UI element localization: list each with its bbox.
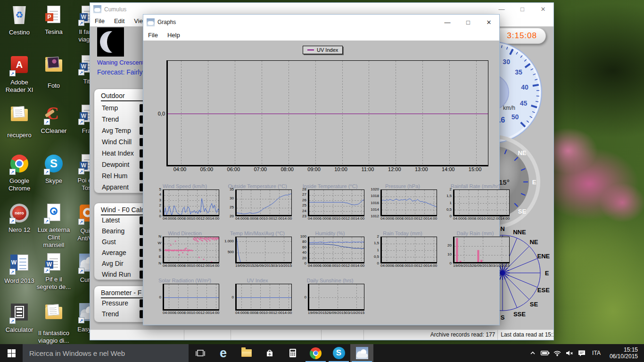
minimize-button[interactable]: —: [437, 15, 458, 30]
x-axis-labels: 19/09/201526/09/201503/10/2015: [453, 263, 510, 268]
desktop-icon-nero-12[interactable]: nero↗Nero 12: [2, 203, 37, 234]
y-axis-labels: 0: [223, 284, 235, 311]
shortcut-arrow-icon: ↗: [44, 267, 50, 273]
battery-icon[interactable]: [539, 349, 551, 357]
graphs-titlebar[interactable]: Graphs — □ ✕: [143, 15, 499, 30]
desktop-icon-lux-aeterna[interactable]: ↗Lux aeternaClint mansell: [36, 203, 71, 249]
x-axis-labels: 04:0006:0008:0010:0012:0014:00: [163, 311, 219, 315]
x-axis-labels: 04:0006:0008:0010:0012:0014:00: [453, 216, 510, 221]
desktop-icon-label: Pif e ilsegreto de...: [36, 276, 71, 291]
desktop-icon-cestino[interactable]: ♻Cestino: [2, 5, 37, 36]
volume-muted-icon[interactable]: [563, 349, 576, 357]
taskbar-app-task-view[interactable]: [189, 344, 212, 362]
y-axis-labels: 21,510,50: [368, 237, 380, 263]
shortcut-arrow-icon: ↗: [44, 218, 50, 224]
cumulus-window-title: Cumulus: [104, 6, 126, 13]
sidebar-item-label: Wind Run: [102, 271, 131, 278]
plot-area: [235, 237, 292, 263]
start-button[interactable]: [0, 344, 23, 362]
status-panel-1: [184, 330, 231, 340]
graphs-window-title: Graphs: [157, 19, 176, 25]
taskbar-app-calculator[interactable]: [281, 344, 304, 362]
desktop-icon-foto[interactable]: Foto: [36, 54, 71, 90]
search-input[interactable]: Ricerca in Windows e nel Web: [23, 344, 189, 362]
desktop-icon-adobe[interactable]: A↗AdobeReader XI: [2, 54, 37, 94]
ppt-icon: P: [43, 6, 64, 26]
menu-file[interactable]: File: [90, 16, 109, 26]
x-axis-labels: 19/09/201526/09/201503/10/2015: [235, 263, 292, 268]
shortcut-arrow-icon: ↗: [9, 269, 16, 275]
desktop-icon-ccleaner[interactable]: C↗CCleaner: [36, 104, 71, 135]
cumulus-titlebar[interactable]: Cumulus — □ ✕: [90, 3, 553, 16]
taskbar-app-cumulus[interactable]: [350, 344, 373, 362]
y-axis-labels: 0,0: [145, 60, 166, 166]
y-axis-labels: 0: [150, 284, 163, 311]
desktop-icon-label: Cestino: [2, 29, 37, 36]
desktop-icon-label: Foto: [36, 82, 71, 90]
x-axis-labels: 04:0005:0006:0007:0008:0009:0010:0011:00…: [166, 166, 488, 172]
desktop-icon-label: AdobeReader XI: [2, 79, 37, 94]
plot-area: [235, 284, 292, 311]
close-button[interactable]: ✕: [533, 3, 553, 16]
desktop-icon-label: recupero: [2, 132, 37, 139]
search-placeholder: Ricerca in Windows e nel Web: [29, 349, 125, 357]
x-axis-labels: 04:0006:0008:0010:0012:0014:00: [380, 216, 437, 221]
desktop-icon-label: Tesina: [36, 28, 71, 36]
language-indicator[interactable]: ITA: [588, 350, 605, 356]
system-tray: ITA 15:15 06/10/2015: [527, 344, 644, 362]
x-axis-labels: 04:0006:0008:0010:0012:0014:00: [163, 216, 219, 221]
taskbar-apps: eS: [189, 344, 373, 362]
shortcut-arrow-icon: ↗: [78, 20, 84, 26]
menu-edit[interactable]: Edit: [109, 16, 129, 26]
plot-area: [453, 189, 510, 216]
taskbar-app-skype[interactable]: S: [327, 344, 350, 362]
desktop-icon-il-fantastico[interactable]: Il fantasticoviaggio di...: [36, 302, 71, 345]
nero-icon: nero↗: [9, 204, 30, 224]
action-center-icon[interactable]: [576, 349, 588, 357]
desktop-icon-skype[interactable]: S↗Skype: [36, 153, 71, 185]
moon-phase-label: Waning Crescent: [97, 59, 144, 66]
shortcut-arrow-icon: ↗: [44, 169, 50, 175]
menu-file[interactable]: File: [143, 30, 163, 40]
skype-icon: S↗: [43, 155, 64, 175]
x-axis-labels: 04:0006:0008:0010:0012:0014:00: [235, 216, 292, 221]
shortcut-arrow-icon: ↗: [78, 268, 84, 274]
maximize-button[interactable]: □: [512, 3, 533, 16]
desktop-icon-pif-e-il[interactable]: W↗Pif e ilsegreto de...: [36, 252, 71, 291]
desktop-icon-recupero[interactable]: recupero: [2, 104, 37, 139]
x-axis-labels: 04:0006:0008:0010:0012:0014:00: [235, 311, 292, 315]
svg-text:45: 45: [520, 99, 528, 107]
pdf-icon: A↗: [9, 56, 30, 77]
y-axis-labels: 543210: [150, 189, 163, 216]
desktop-icon-tesina[interactable]: PTesina: [36, 5, 71, 36]
menu-help[interactable]: Help: [163, 30, 185, 40]
graphs-app-icon: [147, 18, 155, 26]
svg-text:S: S: [501, 314, 505, 321]
word-doc-icon: W↗: [43, 253, 64, 274]
taskbar-app-store[interactable]: [258, 344, 281, 362]
sidebar-item-label: Dewpoint: [102, 161, 129, 168]
maximize-button[interactable]: □: [458, 15, 479, 30]
chevron-up-icon[interactable]: [527, 349, 539, 357]
desktop-icon-calculator[interactable]: ↗Calculator: [2, 302, 37, 334]
chart-title: Temp Min/Max/Avg (°C): [223, 230, 292, 237]
legend-label: UV Index: [317, 47, 338, 53]
shortcut-arrow-icon: ↗: [9, 70, 16, 76]
taskbar-app-chrome[interactable]: [304, 344, 327, 362]
graphs-content: UV Index 0,004:0005:0006:0007:0008:0009:…: [143, 41, 499, 325]
taskbar-app-explorer[interactable]: [235, 344, 258, 362]
taskbar-clock[interactable]: 15:15 06/10/2015: [605, 346, 641, 360]
folder-docs-icon: [43, 307, 64, 328]
chart-wind-speed-km-h-: Wind Speed (km/h)54321004:0006:0008:0010…: [150, 183, 219, 221]
plot-area: [308, 237, 364, 263]
chart-rainfall-rate-mm-hr-: Rainfall Rate (mm/hr)21,510,5004:0006:00…: [441, 183, 510, 221]
close-button[interactable]: ✕: [479, 15, 499, 30]
desktop-icon-google[interactable]: ↗GoogleChrome: [2, 153, 37, 192]
svg-text:40: 40: [521, 83, 528, 91]
taskbar-app-edge[interactable]: e: [212, 344, 235, 362]
desktop-icon-word-2013[interactable]: W↗Word 2013: [2, 252, 37, 285]
wifi-icon[interactable]: [551, 349, 563, 357]
sidebar-item-label: Gust: [102, 238, 116, 246]
chart-inside-temperature-c-: Inside Temperature (°C)28272625242304:00…: [296, 183, 364, 221]
minimize-button[interactable]: —: [491, 3, 512, 16]
